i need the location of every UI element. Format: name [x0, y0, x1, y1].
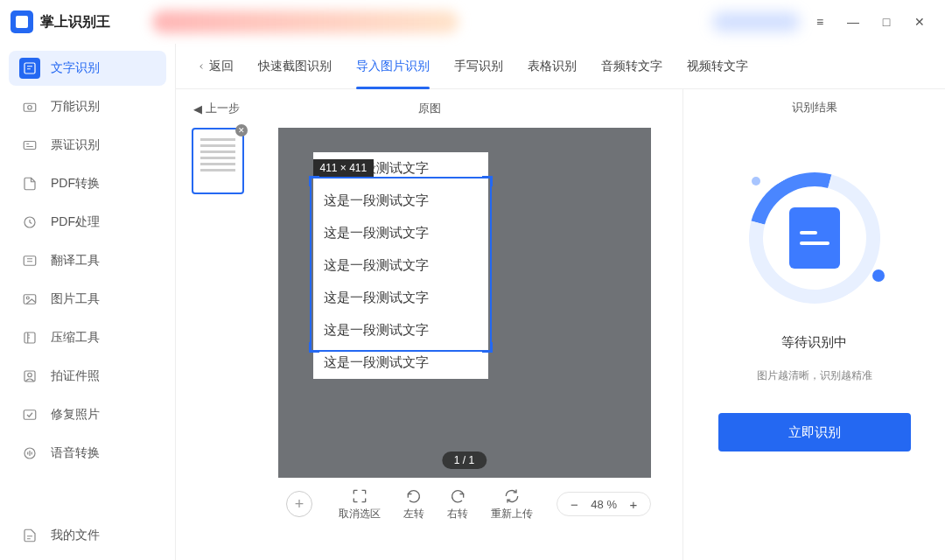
sidebar-item-label: 翻译工具 — [51, 253, 100, 269]
rotate-right-icon — [449, 487, 466, 505]
pdf-process-icon — [22, 214, 38, 230]
sidebar-item-label: 压缩工具 — [51, 330, 100, 346]
svg-rect-5 — [24, 256, 36, 266]
sidebar-item-pdf-convert[interactable]: PDF转换 — [9, 166, 166, 201]
window-controls: ≡ — □ ✕ — [805, 14, 934, 30]
reupload-button[interactable]: 重新上传 — [491, 487, 533, 522]
sidebar-item-label: 我的文件 — [51, 528, 100, 543]
selection-handle-tr[interactable] — [482, 176, 493, 186]
sidebar-item-label: 语音转换 — [51, 445, 100, 461]
ticket-icon — [22, 137, 38, 153]
selection-handle-br[interactable] — [482, 342, 493, 353]
sidebar: 文字识别 万能识别 票证识别 PDF转换 PDF处理 翻译工具 图片工具 压缩 — [0, 44, 175, 560]
tab-table-ocr[interactable]: 表格识别 — [528, 44, 577, 89]
sidebar-item-text-recognition[interactable]: 文字识别 — [9, 51, 166, 86]
svg-rect-3 — [24, 142, 36, 150]
recognize-button[interactable]: 立即识别 — [718, 413, 911, 452]
prev-step-button[interactable]: ◀ 上一步 — [193, 101, 240, 116]
sidebar-item-voice[interactable]: 语音转换 — [9, 436, 166, 471]
tab-handwriting[interactable]: 手写识别 — [454, 44, 503, 89]
sidebar-item-label: 图片工具 — [51, 291, 100, 307]
zoom-out-button[interactable]: − — [566, 496, 582, 512]
sidebar-item-label: PDF转换 — [51, 176, 100, 192]
tab-screenshot-ocr[interactable]: 快速截图识别 — [258, 44, 332, 89]
sidebar-item-translate[interactable]: 翻译工具 — [9, 243, 166, 278]
sidebar-item-image-tools[interactable]: 图片工具 — [9, 282, 166, 317]
svg-point-7 — [26, 297, 29, 299]
file-icon — [22, 528, 38, 543]
titlebar: 掌上识别王 ≡ — □ ✕ — [0, 0, 945, 44]
chevron-left-icon — [197, 62, 206, 71]
status-text: 等待识别中 — [781, 334, 847, 351]
back-button[interactable]: 返回 — [197, 59, 234, 74]
zoom-value: 48 % — [591, 498, 617, 511]
add-image-button[interactable]: + — [286, 491, 312, 517]
sidebar-item-label: 文字识别 — [51, 60, 100, 76]
compress-icon — [22, 330, 38, 346]
selection-handle-bl[interactable] — [309, 342, 319, 353]
sidebar-item-label: 修复照片 — [51, 407, 100, 423]
sidebar-item-my-files[interactable]: 我的文件 — [9, 518, 166, 553]
sidebar-item-compress[interactable]: 压缩工具 — [9, 320, 166, 355]
voice-icon — [22, 445, 38, 461]
rotate-left-button[interactable]: 左转 — [403, 487, 424, 522]
app-logo: 掌上识别王 — [10, 10, 110, 33]
result-illustration — [745, 168, 885, 308]
maximize-button[interactable]: □ — [878, 14, 894, 30]
minimize-button[interactable]: — — [845, 14, 861, 30]
cancel-selection-icon — [351, 487, 368, 505]
tabs-bar: 返回 快速截图识别 导入图片识别 手写识别 表格识别 音频转文字 视频转文字 — [176, 44, 945, 89]
cancel-selection-button[interactable]: 取消选区 — [339, 487, 381, 522]
banner-blur — [152, 10, 458, 33]
svg-rect-0 — [24, 63, 35, 74]
hint-text: 图片越清晰，识别越精准 — [757, 368, 872, 383]
sidebar-item-universal[interactable]: 万能识别 — [9, 89, 166, 124]
result-panel: 识别结果 等待识别中 图片越清晰，识别越精准 立即识别 — [682, 89, 945, 560]
zoom-control: − 48 % + — [556, 492, 651, 516]
menu-button[interactable]: ≡ — [812, 14, 828, 30]
avatar-blur — [712, 12, 800, 32]
triangle-left-icon: ◀ — [193, 102, 202, 116]
sidebar-item-id-photo[interactable]: 拍证件照 — [9, 359, 166, 394]
tab-import-image-ocr[interactable]: 导入图片识别 — [356, 44, 430, 89]
translate-icon — [22, 253, 38, 269]
tab-audio-to-text[interactable]: 音频转文字 — [601, 44, 662, 89]
pdf-convert-icon — [22, 176, 38, 192]
sidebar-item-pdf-process[interactable]: PDF处理 — [9, 205, 166, 240]
selection-dimensions: 411 × 411 — [313, 159, 374, 177]
zoom-in-button[interactable]: + — [626, 496, 641, 512]
svg-rect-1 — [24, 103, 36, 111]
image-canvas[interactable]: 这是一段测试文字 这是一段测试文字 这是一段测试文字 这是一段测试文字 这是一段… — [278, 128, 651, 478]
camera-icon — [22, 99, 38, 115]
repair-icon — [22, 407, 38, 423]
text-icon — [22, 60, 38, 76]
selection-handle-tl[interactable] — [309, 176, 319, 186]
sidebar-item-photo-repair[interactable]: 修复照片 — [9, 397, 166, 432]
svg-point-2 — [28, 106, 32, 110]
tab-video-to-text[interactable]: 视频转文字 — [687, 44, 748, 89]
sidebar-item-label: 万能识别 — [51, 99, 100, 115]
svg-point-10 — [28, 373, 32, 377]
original-label: 原图 — [418, 101, 441, 116]
logo-icon — [10, 10, 33, 33]
result-title: 识别结果 — [792, 100, 837, 116]
rotate-left-icon — [405, 487, 423, 505]
svg-rect-11 — [24, 410, 36, 420]
reupload-icon — [503, 487, 521, 505]
thumbnail[interactable]: ✕ — [192, 128, 244, 194]
sidebar-item-label: PDF处理 — [51, 214, 100, 230]
app-title: 掌上识别王 — [40, 13, 110, 32]
thumbnail-close-icon[interactable]: ✕ — [235, 124, 248, 136]
page-indicator: 1 / 1 — [442, 452, 486, 469]
svg-rect-6 — [24, 295, 36, 304]
rotate-right-button[interactable]: 右转 — [447, 487, 468, 522]
sidebar-item-label: 拍证件照 — [51, 368, 100, 384]
selection-box[interactable] — [310, 177, 492, 352]
close-button[interactable]: ✕ — [912, 14, 928, 30]
sidebar-item-ticket[interactable]: 票证识别 — [9, 128, 166, 163]
image-icon — [22, 291, 38, 307]
sidebar-item-label: 票证识别 — [51, 137, 100, 153]
id-photo-icon — [22, 368, 38, 384]
